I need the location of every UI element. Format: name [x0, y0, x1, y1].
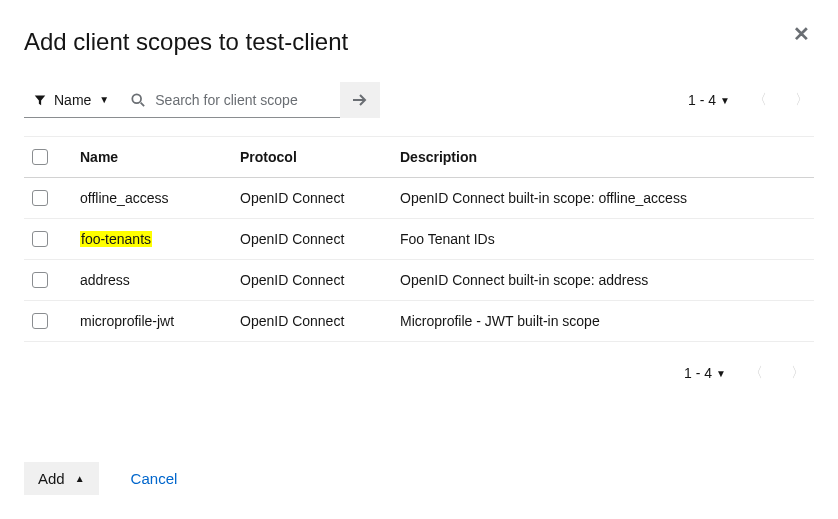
pagination-prev[interactable]: 〈 [748, 91, 772, 109]
search-submit-button[interactable] [340, 82, 380, 118]
pagination-top: 1 - 4 ▼ 〈 〉 [688, 91, 814, 109]
pagination-prev[interactable]: 〈 [744, 364, 768, 382]
chevron-left-icon: 〈 [749, 364, 763, 380]
filter-attribute-label: Name [54, 92, 91, 108]
column-header-description: Description [400, 149, 814, 165]
caret-down-icon: ▼ [99, 94, 109, 105]
cell-description: Foo Tenant IDs [400, 231, 814, 247]
pagination-range-select[interactable]: 1 - 4 ▼ [684, 365, 726, 381]
pagination-range-text: 1 - 4 [684, 365, 712, 381]
select-all-checkbox[interactable] [32, 149, 48, 165]
cell-protocol: OpenID Connect [240, 272, 400, 288]
cell-name: microprofile-jwt [80, 313, 240, 329]
svg-point-0 [133, 94, 142, 103]
row-checkbox[interactable] [32, 272, 48, 288]
svg-line-1 [141, 102, 145, 106]
pagination-bottom: 1 - 4 ▼ 〈 〉 [684, 364, 810, 382]
column-header-protocol: Protocol [240, 149, 400, 165]
caret-up-icon: ▲ [75, 473, 85, 484]
add-button[interactable]: Add ▲ [24, 462, 99, 495]
search-icon [131, 93, 145, 107]
caret-down-icon: ▼ [720, 95, 730, 106]
chevron-right-icon: 〉 [791, 364, 805, 380]
row-checkbox[interactable] [32, 190, 48, 206]
cell-protocol: OpenID Connect [240, 190, 400, 206]
cell-protocol: OpenID Connect [240, 231, 400, 247]
pagination-next[interactable]: 〉 [790, 91, 814, 109]
row-checkbox[interactable] [32, 313, 48, 329]
cell-protocol: OpenID Connect [240, 313, 400, 329]
dialog-title: Add client scopes to test-client [24, 28, 348, 56]
chevron-left-icon: 〈 [753, 91, 767, 107]
filter-icon [34, 94, 46, 106]
arrow-right-icon [352, 93, 368, 107]
table-row: microprofile-jwtOpenID ConnectMicroprofi… [24, 301, 814, 342]
chevron-right-icon: 〉 [795, 91, 809, 107]
close-icon: ✕ [793, 23, 810, 45]
cell-name: foo-tenants [80, 231, 240, 247]
close-button[interactable]: ✕ [789, 20, 814, 48]
table-row: addressOpenID ConnectOpenID Connect buil… [24, 260, 814, 301]
filter-attribute-select[interactable]: Name ▼ [24, 82, 121, 118]
pagination-range-text: 1 - 4 [688, 92, 716, 108]
table-row: foo-tenantsOpenID ConnectFoo Tenant IDs [24, 219, 814, 260]
cell-description: Microprofile - JWT built-in scope [400, 313, 814, 329]
caret-down-icon: ▼ [716, 368, 726, 379]
table-header-row: Name Protocol Description [24, 136, 814, 178]
table-row: offline_accessOpenID ConnectOpenID Conne… [24, 178, 814, 219]
column-header-name: Name [80, 149, 240, 165]
add-button-label: Add [38, 470, 65, 487]
client-scope-table: Name Protocol Description offline_access… [24, 136, 814, 342]
search-input[interactable] [153, 91, 332, 109]
cell-description: OpenID Connect built-in scope: address [400, 272, 814, 288]
cancel-button[interactable]: Cancel [131, 470, 178, 487]
row-checkbox[interactable] [32, 231, 48, 247]
cell-description: OpenID Connect built-in scope: offline_a… [400, 190, 814, 206]
cell-name: offline_access [80, 190, 240, 206]
search-input-wrapper [121, 82, 340, 118]
pagination-range-select[interactable]: 1 - 4 ▼ [688, 92, 730, 108]
cell-name: address [80, 272, 240, 288]
pagination-next[interactable]: 〉 [786, 364, 810, 382]
